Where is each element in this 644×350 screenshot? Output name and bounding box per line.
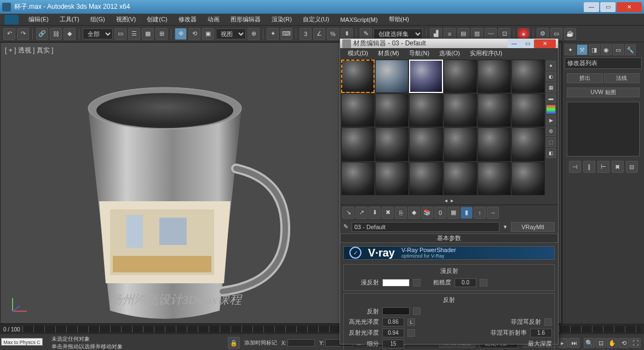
link-button[interactable]: 🔗 bbox=[36, 28, 48, 40]
tab-utilities[interactable]: 🔧 bbox=[625, 44, 636, 55]
sample-uv-button[interactable]: ▬ bbox=[546, 94, 556, 103]
hilight-gloss-spinner[interactable]: 0.86 bbox=[382, 318, 404, 326]
material-slot[interactable] bbox=[478, 162, 511, 195]
stack-remove-button[interactable]: ✖ bbox=[612, 161, 624, 173]
material-slot[interactable] bbox=[375, 94, 409, 127]
modifier-list-label[interactable]: 修改器列表 bbox=[565, 58, 641, 68]
material-slot-selected[interactable] bbox=[409, 60, 442, 93]
material-slot[interactable] bbox=[341, 94, 375, 127]
btn-normal[interactable]: 法线 bbox=[604, 73, 640, 83]
material-slot[interactable] bbox=[341, 162, 375, 195]
make-unique-button[interactable]: ◆ bbox=[408, 207, 420, 219]
me-menu-material[interactable]: 材质(M) bbox=[373, 48, 404, 59]
mat-id-button[interactable]: 0 bbox=[434, 207, 446, 219]
diffuse-color-swatch[interactable] bbox=[382, 279, 410, 287]
btn-uvw-map[interactable]: UVW 贴图 bbox=[567, 88, 640, 97]
zoom-all-button[interactable]: ⊡ bbox=[595, 338, 606, 348]
material-slot[interactable] bbox=[375, 162, 409, 195]
go-parent-button[interactable]: ↑ bbox=[474, 207, 486, 219]
material-slot[interactable] bbox=[341, 127, 375, 161]
menu-customize[interactable]: 自定义(U) bbox=[298, 14, 334, 25]
pan-button[interactable]: ✋ bbox=[607, 338, 618, 348]
minimize-button[interactable]: — bbox=[584, 2, 599, 12]
me-minimize-button[interactable]: — bbox=[508, 39, 521, 48]
menu-create[interactable]: 创建(C) bbox=[142, 14, 171, 25]
percent-snap-button[interactable]: % bbox=[327, 28, 339, 40]
fresnel-ior-spinner[interactable]: 1.6 bbox=[530, 329, 552, 337]
put-to-lib-button[interactable]: 📚 bbox=[421, 207, 433, 219]
material-slot[interactable] bbox=[478, 127, 511, 161]
max-viewport-button[interactable]: ⛶ bbox=[630, 338, 641, 348]
me-menu-mode[interactable]: 模式(D) bbox=[343, 48, 372, 59]
tab-modify[interactable]: ⚒ bbox=[577, 44, 588, 55]
tab-create[interactable]: ✦ bbox=[565, 44, 576, 55]
rotate-button[interactable]: ⟲ bbox=[188, 28, 200, 40]
angle-snap-button[interactable]: ∠ bbox=[313, 28, 325, 40]
move-button[interactable]: ✥ bbox=[175, 28, 187, 40]
me-close-button[interactable]: ✕ bbox=[534, 39, 556, 48]
reflect-color-swatch[interactable] bbox=[382, 307, 410, 315]
app-menu-icon[interactable] bbox=[4, 15, 19, 25]
show-map-button[interactable]: ▦ bbox=[447, 207, 459, 219]
refl-gloss-map-button[interactable] bbox=[407, 329, 415, 337]
go-forward-button[interactable]: → bbox=[487, 207, 499, 219]
fresnel-checkbox[interactable] bbox=[544, 318, 552, 326]
nav-right-icon[interactable]: ▸ bbox=[451, 197, 453, 203]
material-slot[interactable] bbox=[409, 162, 442, 195]
roughness-spinner[interactable]: 0.0 bbox=[455, 278, 476, 287]
menu-animation[interactable]: 动画 bbox=[203, 14, 224, 25]
material-slot[interactable] bbox=[511, 162, 545, 195]
hilight-lock-button[interactable]: L bbox=[407, 318, 415, 326]
menu-edit[interactable]: 编辑(E) bbox=[24, 14, 53, 25]
nav-left-icon[interactable]: ◂ bbox=[445, 197, 447, 203]
keyboard-shortcut-button[interactable]: ⌨ bbox=[280, 28, 292, 40]
select-rect-button[interactable]: ▦ bbox=[142, 28, 154, 40]
subdiv-spinner[interactable]: 15 bbox=[382, 340, 404, 348]
unlink-button[interactable]: ⛓ bbox=[50, 28, 62, 40]
pivot-button[interactable]: ⊕ bbox=[248, 28, 260, 40]
undo-button[interactable]: ↶ bbox=[3, 28, 15, 40]
me-menu-options[interactable]: 选项(O) bbox=[435, 48, 464, 59]
redo-button[interactable]: ↷ bbox=[17, 28, 29, 40]
get-material-button[interactable]: ↘ bbox=[342, 207, 354, 219]
roughness-map-button[interactable] bbox=[480, 279, 487, 287]
stack-show-button[interactable]: ∥ bbox=[583, 161, 595, 173]
physx-button[interactable]: Max to Physcs C bbox=[1, 338, 43, 346]
me-maximize-button[interactable]: ▭ bbox=[521, 39, 534, 48]
window-crossing-button[interactable]: ⊞ bbox=[156, 28, 168, 40]
video-check-button[interactable] bbox=[546, 104, 556, 114]
put-to-scene-button[interactable]: ↗ bbox=[355, 207, 367, 219]
pick-mat-icon[interactable]: ✎ bbox=[343, 223, 348, 230]
snap-button[interactable]: 3 bbox=[300, 28, 312, 40]
tab-display[interactable]: ▭ bbox=[613, 44, 624, 55]
select-by-mat-button[interactable]: ⬚ bbox=[546, 137, 556, 147]
options-button[interactable]: ⚙ bbox=[546, 126, 556, 136]
orbit-button[interactable]: ⟲ bbox=[618, 338, 629, 348]
material-slot[interactable] bbox=[444, 60, 477, 93]
menu-modifiers[interactable]: 修改器 bbox=[174, 14, 201, 25]
select-name-button[interactable]: ☰ bbox=[128, 28, 140, 40]
make-preview-button[interactable]: ▶ bbox=[546, 115, 556, 125]
make-copy-button[interactable]: ⎘ bbox=[395, 207, 407, 219]
material-slot[interactable] bbox=[341, 60, 375, 93]
me-menu-navigation[interactable]: 导航(N) bbox=[405, 48, 434, 59]
material-name-input[interactable] bbox=[352, 222, 499, 232]
background-button[interactable]: ▦ bbox=[546, 83, 556, 92]
material-slot[interactable] bbox=[511, 94, 545, 127]
material-slot[interactable] bbox=[444, 94, 477, 127]
material-slot[interactable] bbox=[409, 127, 442, 161]
btn-extrude[interactable]: 挤出 bbox=[567, 73, 603, 83]
add-time-tag[interactable]: 添加时间标记 bbox=[244, 339, 277, 347]
material-slot[interactable] bbox=[375, 60, 409, 93]
refl-gloss-spinner[interactable]: 0.94 bbox=[382, 329, 404, 337]
named-selection-set[interactable]: 创建选择集 bbox=[373, 28, 423, 39]
backlight-button[interactable]: ◐ bbox=[546, 72, 556, 81]
sample-type-button[interactable]: ● bbox=[546, 61, 556, 71]
material-editor-titlebar[interactable]: 材质编辑器 - 03 - Default — ▭ ✕ bbox=[340, 39, 558, 48]
material-slot[interactable] bbox=[444, 162, 477, 195]
show-end-result-button[interactable]: ▮ bbox=[461, 207, 473, 219]
material-type-button[interactable]: VRayMtl bbox=[511, 222, 555, 232]
assign-to-sel-button[interactable]: ⬇ bbox=[369, 207, 381, 219]
render-button[interactable]: ☕ bbox=[564, 28, 576, 40]
scale-button[interactable]: ▣ bbox=[202, 28, 214, 40]
